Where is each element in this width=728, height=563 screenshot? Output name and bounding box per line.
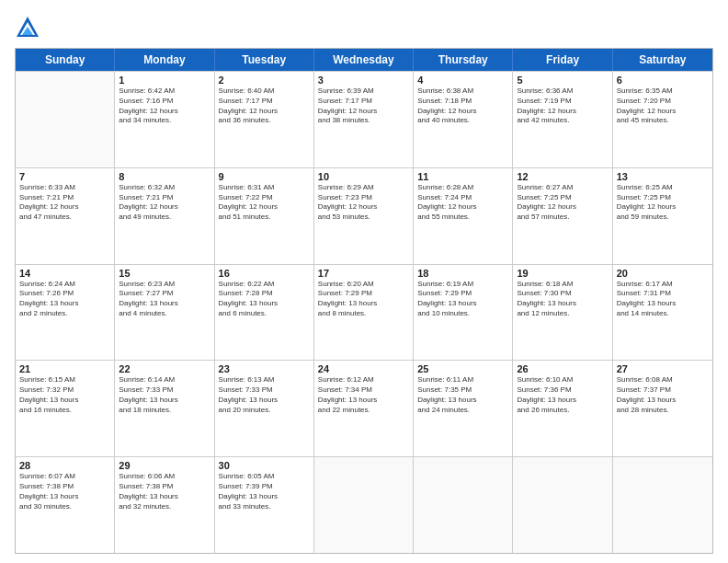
calendar-row-3: 14Sunrise: 6:24 AM Sunset: 7:26 PM Dayli… bbox=[16, 264, 712, 361]
day-cell-5: 5Sunrise: 6:36 AM Sunset: 7:19 PM Daylig… bbox=[513, 72, 612, 167]
day-info: Sunrise: 6:27 AM Sunset: 7:25 PM Dayligh… bbox=[517, 183, 608, 223]
day-cell-11: 11Sunrise: 6:28 AM Sunset: 7:24 PM Dayli… bbox=[414, 168, 513, 264]
day-number: 3 bbox=[318, 75, 409, 86]
day-info: Sunrise: 6:19 AM Sunset: 7:29 PM Dayligh… bbox=[417, 280, 508, 319]
day-number: 17 bbox=[318, 268, 409, 279]
day-info: Sunrise: 6:22 AM Sunset: 7:28 PM Dayligh… bbox=[219, 280, 310, 319]
calendar-body: 1Sunrise: 6:42 AM Sunset: 7:16 PM Daylig… bbox=[16, 71, 712, 553]
day-number: 12 bbox=[517, 171, 608, 182]
day-info: Sunrise: 6:10 AM Sunset: 7:36 PM Dayligh… bbox=[517, 375, 608, 415]
day-number: 27 bbox=[617, 363, 709, 374]
calendar-header: SundayMondayTuesdayWednesdayThursdayFrid… bbox=[16, 49, 712, 71]
day-cell-21: 21Sunrise: 6:15 AM Sunset: 7:32 PM Dayli… bbox=[16, 361, 115, 456]
day-number: 22 bbox=[119, 363, 210, 374]
day-number: 13 bbox=[617, 171, 709, 182]
empty-cell-r4-c4 bbox=[414, 457, 513, 553]
header bbox=[15, 15, 713, 40]
day-cell-2: 2Sunrise: 6:40 AM Sunset: 7:17 PM Daylig… bbox=[215, 72, 314, 167]
day-info: Sunrise: 6:38 AM Sunset: 7:18 PM Dayligh… bbox=[417, 86, 508, 126]
day-number: 26 bbox=[517, 363, 608, 374]
day-number: 24 bbox=[318, 363, 409, 374]
day-cell-12: 12Sunrise: 6:27 AM Sunset: 7:25 PM Dayli… bbox=[513, 168, 612, 264]
weekday-header-tuesday: Tuesday bbox=[215, 49, 314, 71]
day-info: Sunrise: 6:13 AM Sunset: 7:33 PM Dayligh… bbox=[219, 375, 310, 415]
weekday-header-monday: Monday bbox=[115, 49, 214, 71]
empty-cell-r4-c6 bbox=[613, 457, 712, 553]
day-info: Sunrise: 6:14 AM Sunset: 7:33 PM Dayligh… bbox=[119, 375, 210, 415]
day-number: 16 bbox=[219, 268, 310, 279]
day-cell-19: 19Sunrise: 6:18 AM Sunset: 7:30 PM Dayli… bbox=[513, 265, 612, 361]
day-number: 5 bbox=[517, 75, 608, 86]
day-number: 20 bbox=[617, 268, 709, 279]
empty-cell-r4-c5 bbox=[513, 457, 612, 553]
day-number: 10 bbox=[318, 171, 409, 182]
weekday-header-friday: Friday bbox=[513, 49, 612, 71]
day-cell-4: 4Sunrise: 6:38 AM Sunset: 7:18 PM Daylig… bbox=[414, 72, 513, 167]
day-number: 1 bbox=[119, 75, 210, 86]
day-info: Sunrise: 6:25 AM Sunset: 7:25 PM Dayligh… bbox=[617, 183, 709, 223]
day-number: 23 bbox=[219, 363, 310, 374]
day-info: Sunrise: 6:28 AM Sunset: 7:24 PM Dayligh… bbox=[417, 183, 508, 223]
page: SundayMondayTuesdayWednesdayThursdayFrid… bbox=[0, 0, 728, 563]
day-cell-25: 25Sunrise: 6:11 AM Sunset: 7:35 PM Dayli… bbox=[414, 361, 513, 456]
day-cell-14: 14Sunrise: 6:24 AM Sunset: 7:26 PM Dayli… bbox=[16, 265, 115, 361]
day-number: 25 bbox=[417, 363, 508, 374]
calendar-row-4: 21Sunrise: 6:15 AM Sunset: 7:32 PM Dayli… bbox=[16, 360, 712, 456]
day-info: Sunrise: 6:12 AM Sunset: 7:34 PM Dayligh… bbox=[318, 375, 409, 415]
day-cell-15: 15Sunrise: 6:23 AM Sunset: 7:27 PM Dayli… bbox=[115, 265, 214, 361]
day-cell-27: 27Sunrise: 6:08 AM Sunset: 7:37 PM Dayli… bbox=[613, 361, 712, 456]
day-cell-16: 16Sunrise: 6:22 AM Sunset: 7:28 PM Dayli… bbox=[215, 265, 314, 361]
day-cell-10: 10Sunrise: 6:29 AM Sunset: 7:23 PM Dayli… bbox=[314, 168, 414, 264]
day-number: 2 bbox=[219, 75, 310, 86]
day-cell-9: 9Sunrise: 6:31 AM Sunset: 7:22 PM Daylig… bbox=[215, 168, 314, 264]
calendar: SundayMondayTuesdayWednesdayThursdayFrid… bbox=[15, 48, 713, 554]
weekday-header-saturday: Saturday bbox=[613, 49, 712, 71]
day-cell-29: 29Sunrise: 6:06 AM Sunset: 7:38 PM Dayli… bbox=[115, 457, 214, 553]
logo bbox=[15, 15, 44, 40]
day-cell-23: 23Sunrise: 6:13 AM Sunset: 7:33 PM Dayli… bbox=[215, 361, 314, 456]
day-number: 29 bbox=[119, 460, 210, 471]
day-number: 28 bbox=[19, 460, 110, 471]
day-info: Sunrise: 6:06 AM Sunset: 7:38 PM Dayligh… bbox=[119, 472, 210, 511]
empty-cell-r0-c0 bbox=[16, 72, 115, 167]
day-info: Sunrise: 6:17 AM Sunset: 7:31 PM Dayligh… bbox=[617, 280, 709, 319]
day-info: Sunrise: 6:20 AM Sunset: 7:29 PM Dayligh… bbox=[318, 280, 409, 319]
logo-icon bbox=[15, 15, 40, 40]
day-number: 9 bbox=[219, 171, 310, 182]
day-info: Sunrise: 6:11 AM Sunset: 7:35 PM Dayligh… bbox=[417, 375, 508, 415]
weekday-header-thursday: Thursday bbox=[414, 49, 513, 71]
calendar-row-2: 7Sunrise: 6:33 AM Sunset: 7:21 PM Daylig… bbox=[16, 167, 712, 264]
day-info: Sunrise: 6:35 AM Sunset: 7:20 PM Dayligh… bbox=[617, 86, 709, 126]
day-number: 8 bbox=[119, 171, 210, 182]
day-info: Sunrise: 6:39 AM Sunset: 7:17 PM Dayligh… bbox=[318, 86, 409, 126]
day-info: Sunrise: 6:36 AM Sunset: 7:19 PM Dayligh… bbox=[517, 86, 608, 126]
day-info: Sunrise: 6:29 AM Sunset: 7:23 PM Dayligh… bbox=[318, 183, 409, 223]
day-info: Sunrise: 6:40 AM Sunset: 7:17 PM Dayligh… bbox=[219, 86, 310, 126]
day-info: Sunrise: 6:31 AM Sunset: 7:22 PM Dayligh… bbox=[219, 183, 310, 223]
empty-cell-r4-c3 bbox=[314, 457, 414, 553]
day-number: 11 bbox=[417, 171, 508, 182]
day-cell-17: 17Sunrise: 6:20 AM Sunset: 7:29 PM Dayli… bbox=[314, 265, 414, 361]
day-info: Sunrise: 6:07 AM Sunset: 7:38 PM Dayligh… bbox=[19, 472, 110, 511]
day-cell-6: 6Sunrise: 6:35 AM Sunset: 7:20 PM Daylig… bbox=[613, 72, 712, 167]
day-info: Sunrise: 6:42 AM Sunset: 7:16 PM Dayligh… bbox=[119, 86, 210, 126]
day-info: Sunrise: 6:23 AM Sunset: 7:27 PM Dayligh… bbox=[119, 280, 210, 319]
day-cell-7: 7Sunrise: 6:33 AM Sunset: 7:21 PM Daylig… bbox=[16, 168, 115, 264]
day-cell-28: 28Sunrise: 6:07 AM Sunset: 7:38 PM Dayli… bbox=[16, 457, 115, 553]
day-info: Sunrise: 6:18 AM Sunset: 7:30 PM Dayligh… bbox=[517, 280, 608, 319]
day-cell-26: 26Sunrise: 6:10 AM Sunset: 7:36 PM Dayli… bbox=[513, 361, 612, 456]
calendar-row-5: 28Sunrise: 6:07 AM Sunset: 7:38 PM Dayli… bbox=[16, 456, 712, 553]
day-cell-18: 18Sunrise: 6:19 AM Sunset: 7:29 PM Dayli… bbox=[414, 265, 513, 361]
calendar-row-1: 1Sunrise: 6:42 AM Sunset: 7:16 PM Daylig… bbox=[16, 71, 712, 167]
day-cell-20: 20Sunrise: 6:17 AM Sunset: 7:31 PM Dayli… bbox=[613, 265, 712, 361]
day-number: 15 bbox=[119, 268, 210, 279]
day-cell-24: 24Sunrise: 6:12 AM Sunset: 7:34 PM Dayli… bbox=[314, 361, 414, 456]
day-number: 14 bbox=[19, 268, 110, 279]
day-cell-30: 30Sunrise: 6:05 AM Sunset: 7:39 PM Dayli… bbox=[215, 457, 314, 553]
weekday-header-wednesday: Wednesday bbox=[314, 49, 414, 71]
day-info: Sunrise: 6:05 AM Sunset: 7:39 PM Dayligh… bbox=[219, 472, 310, 511]
day-cell-3: 3Sunrise: 6:39 AM Sunset: 7:17 PM Daylig… bbox=[314, 72, 414, 167]
day-info: Sunrise: 6:24 AM Sunset: 7:26 PM Dayligh… bbox=[19, 280, 110, 319]
day-number: 7 bbox=[19, 171, 110, 182]
day-info: Sunrise: 6:33 AM Sunset: 7:21 PM Dayligh… bbox=[19, 183, 110, 223]
